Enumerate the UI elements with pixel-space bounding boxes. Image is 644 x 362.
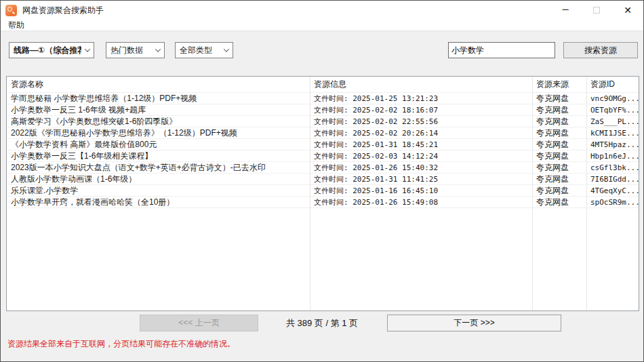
resource-source-cell: 夸克网盘 <box>532 93 586 104</box>
type-select[interactable]: 全部类型 <box>175 42 233 58</box>
search-input[interactable] <box>448 42 555 58</box>
menu-bar: 帮助 <box>1 20 643 31</box>
resource-name-cell: 《小学数学资料 高斯》最终版价值800元 <box>7 139 310 150</box>
close-button[interactable]: ✕ <box>612 1 643 20</box>
resource-id-cell: kCMI1JSE... <box>586 129 639 138</box>
resource-id-cell: ZaS___PL... <box>586 117 639 126</box>
column-header-name[interactable]: 资源名称 <box>7 79 310 90</box>
prev-page-button[interactable]: <<< 上一页 <box>140 315 258 331</box>
window-controls: ─ ✕ <box>550 1 643 20</box>
resource-id-cell: spOcSR9m... <box>586 198 639 207</box>
minimize-icon: ─ <box>562 4 568 14</box>
chevron-down-icon <box>224 46 229 52</box>
table-row[interactable]: 学而思秘籍 小学数学思维培养（1-12级）PDF+视频 文件时间: 2025-0… <box>7 93 639 104</box>
maximize-icon <box>593 7 600 14</box>
resource-source-cell: 夸克网盘 <box>532 162 586 174</box>
route-select-value: 线路—①（综合推荐 <box>14 45 81 56</box>
table-row[interactable]: 小学奥数举一反三 1-6年级 视频+题库 文件时间: 2025-02-02 18… <box>7 104 639 116</box>
resource-id-cell: csGfl3bk... <box>586 163 639 172</box>
chevron-down-icon <box>85 46 90 52</box>
table-row[interactable]: 高斯爱学习《小学奥数思维突破1-6阶四季版》 文件时间: 2025-02-02 … <box>7 116 639 127</box>
column-header-info[interactable]: 资源信息 <box>310 79 532 90</box>
resource-source-cell: 夸克网盘 <box>532 174 586 185</box>
resource-name-cell: 小学奥数举一反三【1-6年级相关课程】 <box>7 150 310 162</box>
resource-info-cell: 文件时间: 2025-02-02 18:16:07 <box>310 105 532 115</box>
resource-info-cell: 文件时间: 2025-01-26 15:40:32 <box>310 163 532 173</box>
maximize-button[interactable] <box>581 1 612 20</box>
resource-source-cell: 夸克网盘 <box>532 150 586 162</box>
magnifier-lens-icon <box>7 7 12 12</box>
resource-source-cell: 夸克网盘 <box>532 197 586 208</box>
resource-name-cell: 学而思秘籍 小学数学思维培养（1-12级）PDF+视频 <box>7 93 310 104</box>
app-window: 网盘资源聚合搜索助手 ─ ✕ 帮助 线路—①（综合推荐 热门数据 <box>0 0 644 362</box>
resource-source-cell: 夸克网盘 <box>532 116 586 127</box>
resource-name-cell: 人教版小学数学动画课（1-6年级） <box>7 174 310 185</box>
resource-name-cell: 小学奥数举一反三 1-6年级 视频+题库 <box>7 104 310 116</box>
table-row[interactable]: 小学奥数举一反三【1-6年级相关课程】 文件时间: 2025-02-03 14:… <box>7 150 639 162</box>
results-table: 资源名称 资源信息 资源来源 资源ID 学而思秘籍 小学数学思维培养（1-12级… <box>6 76 639 311</box>
table-row[interactable]: 小学数学早开窍，就看漫画哈哈笑（全10册） 文件时间: 2025-01-26 1… <box>7 197 639 208</box>
resource-info-cell: 文件时间: 2025-01-26 15:49:08 <box>310 197 532 207</box>
route-select[interactable]: 线路—①（综合推荐 <box>9 42 94 58</box>
chevron-down-icon <box>155 46 161 52</box>
magnifier-handle-icon <box>12 11 15 14</box>
app-logo-search-icon <box>5 5 17 16</box>
title-bar: 网盘资源聚合搜索助手 ─ ✕ <box>1 1 643 20</box>
column-divider <box>586 77 587 310</box>
table-header-row: 资源名称 资源信息 资源来源 资源ID <box>7 77 639 93</box>
close-icon: ✕ <box>624 5 632 16</box>
menu-item-help[interactable]: 帮助 <box>7 20 26 31</box>
content-area: 线路—①（综合推荐 热门数据 全部类型 搜索资源 资源名称 资源信息 资源来源 <box>1 31 643 361</box>
column-divider <box>310 77 310 310</box>
disclaimer-text: 资源结果全部来自于互联网，分页结果可能存在不准确的情况。 <box>7 338 235 350</box>
window-title: 网盘资源聚合搜索助手 <box>22 5 104 16</box>
resource-id-cell: 7I6BIGdd... <box>586 175 639 184</box>
type-select-value: 全部类型 <box>180 45 220 56</box>
column-header-source[interactable]: 资源来源 <box>532 79 586 90</box>
resource-source-cell: 夸克网盘 <box>532 104 586 116</box>
resource-id-cell: vnc9OMGg... <box>586 94 639 103</box>
column-divider <box>532 77 533 310</box>
table-row[interactable]: 乐乐课堂.小学数学 文件时间: 2025-01-16 16:45:10 夸克网盘… <box>7 185 639 197</box>
table-row[interactable]: 《小学数学资料 高斯》最终版价值800元 文件时间: 2025-01-31 18… <box>7 139 639 150</box>
resource-id-cell: OETqbYF%... <box>586 106 639 115</box>
resource-name-cell: 2022版《学而思秘籍小学数学思维培养》（1-12级）PDF+视频 <box>7 127 310 139</box>
resource-info-cell: 文件时间: 2025-01-25 13:21:23 <box>310 94 532 104</box>
resource-info-cell: 文件时间: 2025-02-02 20:26:14 <box>310 128 532 138</box>
resource-source-cell: 夸克网盘 <box>532 139 586 150</box>
next-page-button[interactable]: 下一页 >>> <box>387 315 561 331</box>
search-button[interactable]: 搜索资源 <box>563 42 638 58</box>
resource-source-cell: 夸克网盘 <box>532 127 586 139</box>
resource-name-cell: 乐乐课堂.小学数学 <box>7 185 310 197</box>
hot-data-select-value: 热门数据 <box>110 45 152 56</box>
pagination-bar: 共 389 页 / 第 1 页 <<< 上一页 下一页 >>> <box>1 315 643 331</box>
table-row[interactable]: 人教版小学数学动画课（1-6年级） 文件时间: 2025-01-31 11:41… <box>7 174 639 185</box>
toolbar: 线路—①（综合推荐 热门数据 全部类型 搜索资源 <box>1 31 643 76</box>
resource-info-cell: 文件时间: 2025-01-16 16:45:10 <box>310 186 532 196</box>
table-body: 学而思秘籍 小学数学思维培养（1-12级）PDF+视频 文件时间: 2025-0… <box>7 93 639 208</box>
resource-id-cell: 4TGeqXyC... <box>586 186 639 195</box>
resource-id-cell: 4MT5Hpaz... <box>586 140 639 149</box>
table-row[interactable]: 2023版一本小学知识大盘点（语文+数学+英语+必背古诗文）-已去水印 文件时间… <box>7 162 639 174</box>
table-row[interactable]: 2022版《学而思秘籍小学数学思维培养》（1-12级）PDF+视频 文件时间: … <box>7 127 639 139</box>
resource-source-cell: 夸克网盘 <box>532 185 586 197</box>
hot-data-select[interactable]: 热门数据 <box>106 42 165 58</box>
resource-name-cell: 小学数学早开窍，就看漫画哈哈笑（全10册） <box>7 197 310 208</box>
resource-info-cell: 文件时间: 2025-02-03 14:12:24 <box>310 151 532 161</box>
resource-info-cell: 文件时间: 2025-02-02 22:55:56 <box>310 117 532 127</box>
resource-info-cell: 文件时间: 2025-01-31 18:45:21 <box>310 140 532 150</box>
resource-name-cell: 高斯爱学习《小学奥数思维突破1-6阶四季版》 <box>7 116 310 127</box>
resource-id-cell: Hbp1n6eJ... <box>586 152 639 161</box>
resource-name-cell: 2023版一本小学知识大盘点（语文+数学+英语+必背古诗文）-已去水印 <box>7 162 310 174</box>
resource-info-cell: 文件时间: 2025-01-31 11:41:25 <box>310 174 532 184</box>
column-header-id[interactable]: 资源ID <box>586 79 639 90</box>
minimize-button[interactable]: ─ <box>550 1 581 20</box>
